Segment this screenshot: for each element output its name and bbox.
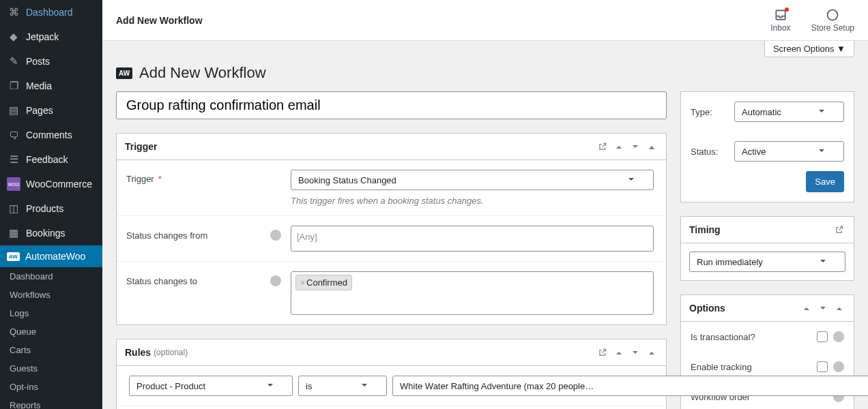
feedback-icon: ☰ [7,153,20,166]
svg-rect-0 [776,10,785,19]
progress-circle-icon [826,8,839,22]
workflow-title-input[interactable] [116,91,667,119]
dashboard-icon: ⌘ [7,5,20,19]
jetpack-icon: ◆ [7,30,20,44]
type-label: Type: [691,107,725,117]
status-label: Status: [691,147,725,157]
sub-item-workflows[interactable]: Workflows [0,286,102,304]
chevron-down-icon [267,381,273,391]
sub-item-dashboard[interactable]: Dashboard [0,267,102,286]
transactional-checkbox[interactable] [817,331,828,342]
rule-field-select[interactable]: Product - Product [129,376,293,396]
help-icon[interactable]: ? [833,361,844,372]
chevron-down-icon [820,257,826,267]
options-heading: Options [689,303,725,314]
move-up-icon[interactable] [800,302,813,314]
status-select[interactable]: Active [734,141,844,162]
page-title: Add New Workflow [139,64,265,82]
chevron-down-icon [628,175,634,185]
timing-select[interactable]: Run immediately [689,252,845,272]
sidebar-item-dashboard[interactable]: ⌘Dashboard [0,0,102,25]
status-tag[interactable]: × Confirmed [295,275,352,290]
top-bar: Add New Workflow Inbox Store Setup [102,0,868,41]
calendar-icon: ▦ [7,226,20,240]
sub-item-logs[interactable]: Logs [0,304,102,322]
trigger-postbox: Trigger Trigger * [116,133,667,325]
tracking-checkbox[interactable] [817,361,828,372]
move-down-icon[interactable] [629,346,641,359]
status-from-input[interactable]: [Any] [291,226,654,252]
toggle-icon[interactable] [833,302,845,314]
aw-logo-icon: AW [116,67,132,79]
external-link-icon[interactable] [833,224,845,236]
external-link-icon[interactable] [596,140,609,153]
comment-icon: 🗨 [7,128,20,142]
sidebar-item-posts[interactable]: ✎Posts [0,49,102,74]
sidebar-item-automatewoo[interactable]: AWAutomateWoo [0,245,102,267]
move-up-icon[interactable] [613,346,625,359]
sidebar-item-bookings[interactable]: ▦Bookings [0,221,102,245]
move-down-icon[interactable] [817,302,829,314]
media-icon: ❐ [7,79,20,93]
sub-item-carts[interactable]: Carts [0,341,102,359]
aw-icon: AW [7,252,20,261]
sidebar-item-media[interactable]: ❐Media [0,74,102,98]
trigger-select[interactable]: Booking Status Changed [291,170,654,190]
status-to-label: Status changes to [126,276,197,286]
chevron-down-icon [819,147,824,157]
svg-point-1 [828,10,838,20]
sub-item-queue[interactable]: Queue [0,322,102,341]
status-postbox: Type: Automatic Status: Active [680,91,854,202]
sidebar-item-comments[interactable]: 🗨Comments [0,123,102,147]
rules-postbox: Rules (optional) Product - Product [116,339,667,409]
chevron-down-icon [819,107,824,117]
pin-icon: ✎ [7,55,20,68]
toggle-icon[interactable] [646,138,658,154]
help-icon[interactable]: ? [833,331,844,342]
woo-icon: woo [7,177,20,191]
external-link-icon[interactable] [596,346,609,359]
help-icon[interactable]: ? [270,230,281,241]
sidebar-item-pages[interactable]: ▤Pages [0,98,102,123]
rules-heading: Rules [125,347,151,358]
timing-heading: Timing [689,224,721,235]
page-icon: ▤ [7,104,20,117]
type-select[interactable]: Automatic [734,102,844,122]
timing-postbox: Timing Run immediately [680,216,854,281]
notification-dot-icon [785,7,789,12]
chevron-down-icon [362,381,367,391]
inbox-button[interactable]: Inbox [770,8,790,33]
transactional-label: Is transactional? [691,332,755,342]
sidebar-item-products[interactable]: ◫Products [0,196,102,221]
toggle-icon[interactable] [646,346,658,359]
save-button[interactable]: Save [806,171,844,192]
sidebar-item-jetpack[interactable]: ◆Jetpack [0,25,102,49]
sidebar-item-woocommerce[interactable]: wooWooCommerce [0,172,102,196]
trigger-label: Trigger [126,174,154,184]
inbox-icon [774,8,787,22]
status-from-label: Status changes from [126,230,207,241]
sub-item-reports[interactable]: Reports [0,396,102,409]
rule-value-select[interactable]: White Water Rafting Adventure (max 20 pe… [392,376,868,396]
screen-options-button[interactable]: Screen Options ▼ [764,41,854,57]
trigger-help-text: This trigger fires when a booking status… [291,196,654,206]
sub-item-guests[interactable]: Guests [0,359,102,378]
store-setup-button[interactable]: Store Setup [811,8,854,33]
remove-tag-icon[interactable]: × [300,278,305,288]
sub-item-optins[interactable]: Opt-ins [0,378,102,396]
trigger-heading: Trigger [125,141,157,152]
products-icon: ◫ [7,202,20,215]
move-up-icon[interactable] [613,140,625,153]
required-icon: * [158,174,162,184]
status-to-input[interactable]: × Confirmed [291,271,654,315]
rule-operator-select[interactable]: is [298,376,387,396]
tracking-label: Enable tracking [691,362,752,372]
optional-label: (optional) [154,348,188,357]
help-icon[interactable]: ? [270,275,281,286]
move-down-icon[interactable] [629,140,641,153]
sidebar-item-feedback[interactable]: ☰Feedback [0,147,102,172]
status-from-placeholder: [Any] [295,229,319,245]
topbar-title: Add New Workflow [116,15,203,26]
admin-sidebar: ⌘Dashboard ◆Jetpack ✎Posts ❐Media ▤Pages… [0,0,102,409]
